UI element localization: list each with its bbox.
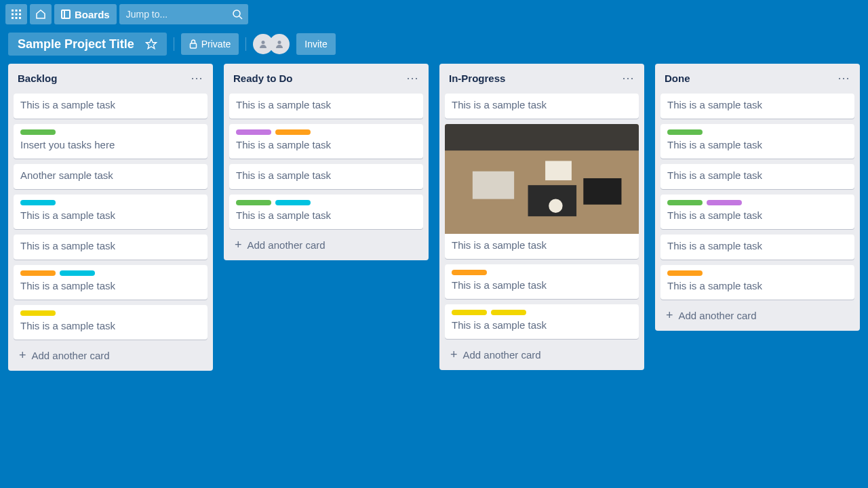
list-title[interactable]: In-Progress (449, 73, 505, 84)
card[interactable]: This is a sample task (229, 94, 423, 119)
list-title[interactable]: Backlog (18, 73, 57, 84)
card-label[interactable] (667, 270, 703, 276)
card-label[interactable] (236, 129, 271, 135)
card[interactable]: This is a sample task (660, 94, 854, 119)
boards-button[interactable]: Boards (54, 4, 117, 24)
card-label[interactable] (275, 200, 311, 205)
card-labels (667, 270, 848, 276)
card-label[interactable] (20, 270, 56, 276)
person-icon (258, 39, 268, 49)
add-card-button[interactable]: +Add another card (14, 345, 208, 365)
add-card-button[interactable]: +Add another card (660, 305, 854, 325)
card-title: This is a sample task (667, 169, 848, 181)
card-title: Another sample task (20, 169, 201, 181)
card[interactable]: This is a sample task (660, 164, 854, 189)
search-input[interactable] (119, 4, 248, 24)
card[interactable]: This is a sample task (14, 235, 208, 260)
card-title: This is a sample task (236, 99, 416, 110)
card-label[interactable] (236, 200, 271, 205)
star-icon (145, 38, 157, 50)
card[interactable]: Insert you tasks here (14, 124, 208, 159)
card-labels (667, 129, 848, 135)
card-label[interactable] (60, 270, 95, 276)
card[interactable]: This is a sample task (445, 304, 639, 339)
list-menu-button[interactable]: ⋯ (622, 70, 635, 85)
svg-rect-0 (12, 9, 14, 12)
boards-label: Boards (75, 9, 110, 20)
card-label[interactable] (275, 129, 311, 135)
card-title: This is a sample task (236, 169, 416, 181)
svg-rect-1 (16, 9, 18, 12)
card-title: This is a sample task (20, 320, 201, 331)
svg-point-22 (549, 199, 562, 213)
invite-label: Invite (304, 39, 327, 49)
card-label[interactable] (452, 310, 487, 315)
card-title: This is a sample task (20, 209, 201, 221)
card-labels (20, 129, 201, 135)
svg-rect-9 (62, 10, 70, 18)
home-button[interactable] (30, 4, 52, 24)
card[interactable]: This is a sample task (445, 264, 639, 299)
card[interactable]: This is a sample task (660, 265, 854, 300)
card[interactable]: This is a sample task (660, 124, 854, 159)
avatar[interactable] (269, 34, 290, 54)
invite-button[interactable]: Invite (296, 33, 335, 55)
card-title: This is a sample task (667, 139, 848, 150)
svg-rect-19 (473, 171, 514, 199)
card[interactable]: This is a sample task (660, 195, 854, 229)
list-header: Backlog⋯ (14, 69, 208, 88)
board-header: Sample Project Title Private Invite (0, 28, 868, 60)
plus-icon: + (450, 348, 458, 361)
list-header: Ready to Do⋯ (229, 69, 423, 88)
list: Backlog⋯This is a sample taskInsert you … (8, 64, 213, 371)
card[interactable]: This is a sample task (445, 94, 639, 119)
card-label[interactable] (667, 129, 703, 135)
card[interactable]: This is a sample task (229, 164, 423, 189)
svg-point-11 (233, 10, 240, 17)
svg-rect-5 (19, 14, 21, 16)
card[interactable]: This is a sample task (660, 235, 854, 260)
card[interactable]: This is a sample task (14, 305, 208, 340)
card-label[interactable] (20, 310, 56, 316)
card-title: This is a sample task (20, 99, 201, 110)
private-label: Private (201, 39, 231, 49)
star-button[interactable] (140, 33, 163, 56)
card-label[interactable] (667, 200, 703, 205)
list-menu-button[interactable]: ⋯ (191, 70, 203, 85)
card-label[interactable] (452, 270, 487, 275)
card-label[interactable] (491, 310, 526, 315)
board-canvas: Backlog⋯This is a sample taskInsert you … (0, 60, 868, 375)
card[interactable]: This is a sample task (14, 94, 208, 119)
card[interactable]: This is a sample task (14, 265, 208, 300)
list-title[interactable]: Ready to Do (233, 73, 293, 84)
card-label[interactable] (20, 200, 56, 205)
card-label[interactable] (20, 129, 56, 135)
plus-icon: + (235, 239, 242, 251)
card[interactable]: This is a sample task (14, 195, 208, 229)
card[interactable]: This is a sample task (229, 195, 423, 229)
home-icon (35, 9, 46, 20)
card[interactable]: This is a sample task (445, 124, 639, 259)
list-menu-button[interactable]: ⋯ (837, 70, 850, 85)
svg-rect-4 (16, 14, 18, 16)
list: In-Progress⋯This is a sample taskThis is… (439, 64, 644, 370)
add-card-label: Add another card (463, 349, 541, 361)
apps-button[interactable] (5, 4, 27, 24)
divider (174, 37, 174, 51)
add-card-button[interactable]: +Add another card (229, 235, 423, 255)
card-labels (20, 200, 201, 205)
board-title-wrap: Sample Project Title (8, 33, 167, 56)
add-card-button[interactable]: +Add another card (445, 344, 639, 365)
card-title: This is a sample task (452, 319, 632, 331)
list-menu-button[interactable]: ⋯ (406, 70, 419, 85)
card[interactable]: This is a sample task (229, 124, 423, 159)
svg-rect-8 (19, 17, 21, 19)
card-label[interactable] (707, 200, 742, 205)
private-button[interactable]: Private (181, 33, 239, 55)
svg-marker-13 (146, 39, 156, 49)
apps-icon (12, 9, 21, 19)
card[interactable]: Another sample task (14, 164, 208, 189)
card-title: This is a sample task (667, 240, 848, 251)
person-icon (275, 39, 284, 49)
list-title[interactable]: Done (665, 73, 690, 84)
